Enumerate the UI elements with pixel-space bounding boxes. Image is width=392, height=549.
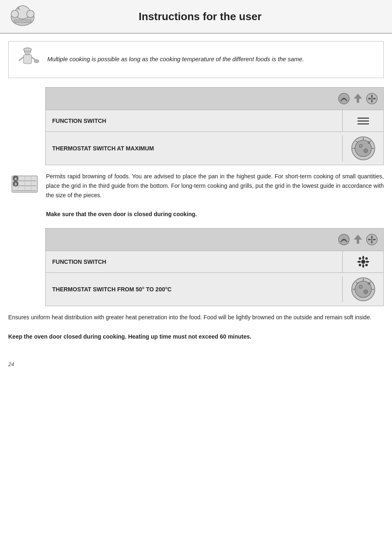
dial-icon-1 [350,135,376,161]
svg-point-2 [11,10,18,18]
intro-block: Multiple cooking is possible as long as … [8,41,384,78]
card2-thermostat-row: THERMOSTAT SWITCH FROM 50° TO 200°C [46,273,383,306]
svg-point-45 [361,260,365,264]
card1-function-row: FUNCTION SWITCH [46,110,383,132]
arrow-icon [352,92,364,105]
grill-icon-2 [337,233,350,246]
svg-point-48 [359,264,361,266]
svg-point-22 [359,144,362,148]
svg-rect-10 [23,55,32,64]
desc-text-1: Permits rapid browning of foods. You are… [46,172,384,219]
svg-point-53 [359,285,362,288]
desc-text-2: Ensures uniform heat distribution with g… [8,313,371,341]
desc1-bold: Make sure that the oven door is closed d… [46,211,197,217]
svg-point-46 [365,257,368,260]
svg-marker-41 [354,235,362,240]
svg-rect-42 [357,240,359,244]
thermostat-symbol-1 [342,135,383,161]
desc-block-2: Ensures uniform heat distribution with g… [8,313,384,341]
oven-shelf-icon: 4 3 [10,172,39,196]
card2-function-row: FUNCTION SWITCH [46,251,383,273]
svg-point-3 [27,10,34,18]
svg-text:4: 4 [14,177,16,181]
svg-point-49 [359,257,361,260]
svg-point-28 [368,141,370,144]
function-switch-symbol-1 [342,110,383,131]
card1-top-row [46,88,383,110]
thermostat-label-2: THERMOSTAT SWITCH FROM 50° TO 200°C [46,282,342,297]
svg-point-21 [364,149,368,153]
fan-icon-2 [365,233,378,246]
instruction-card-2: FUNCTION SWITCH THERMOSTAT SWITCH FROM 5… [45,228,384,306]
function-switch-label-1: FUNCTION SWITCH [46,113,342,128]
function-switch-symbol-2 [342,251,383,272]
card2-top-row [46,228,383,251]
fan-icon [365,92,378,105]
desc-block-1: 4 3 Permits rapid browning of foods. You… [8,172,384,219]
fan-symbol-icon [355,254,371,270]
svg-point-18 [371,97,373,100]
svg-point-47 [365,264,368,266]
svg-point-52 [364,290,368,294]
svg-rect-4 [14,20,31,23]
three-lines-icon [357,118,369,125]
arrow-icon-2 [352,233,364,246]
svg-point-13 [34,60,39,63]
svg-rect-9 [24,48,31,51]
header-logo-icon [8,4,37,29]
chef-icon [15,47,40,72]
svg-point-59 [368,282,370,285]
card1-top-icons [337,92,378,105]
intro-text: Multiple cooking is possible as long as … [47,55,304,64]
svg-text:3: 3 [14,182,16,186]
svg-point-44 [371,238,373,241]
grill-icon [337,92,350,105]
page-header: Instructions for the user [0,0,392,34]
thermostat-symbol-2 [342,276,383,302]
page-number: 24 [0,358,392,371]
function-switch-label-2: FUNCTION SWITCH [46,254,342,269]
svg-rect-16 [357,99,359,103]
instruction-card-1: FUNCTION SWITCH THERMOSTAT SWITCH AT MAX… [45,87,384,165]
card2-top-icons [337,233,378,246]
dial-icon-2 [350,276,376,302]
svg-marker-15 [354,94,362,99]
card1-thermostat-row: THERMOSTAT SWITCH AT MAXIMUM [46,132,383,165]
page-title: Instructions for the user [45,10,384,23]
thermostat-label-1: THERMOSTAT SWITCH AT MAXIMUM [46,141,342,156]
oven-shelf-icon-wrap: 4 3 [8,172,41,196]
svg-line-11 [19,57,23,60]
desc2-bold: Keep the oven door closed during cooking… [8,333,251,340]
